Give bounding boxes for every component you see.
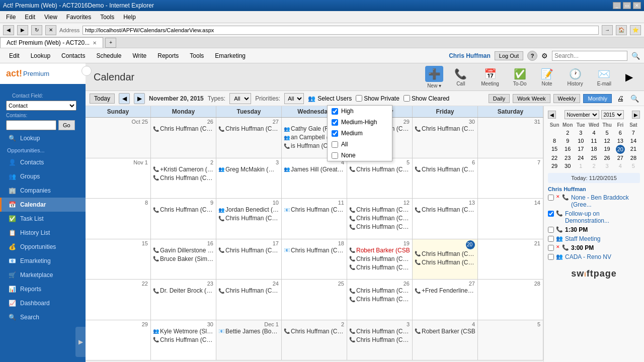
mini-day-28[interactable]: 28 [627,154,640,162]
cal-day-nov14[interactable]: 14 [478,199,543,239]
mini-day-11[interactable]: 11 [587,137,600,145]
sidebar-item-calendar[interactable]: 📅 Calendar [0,198,86,212]
app-menu-edit[interactable]: Edit [4,50,25,61]
cal-event[interactable]: 📧Bettie James (Boom [217,327,280,335]
priority-none-item[interactable]: None [328,150,392,161]
cal-day-nov29[interactable]: 29 [86,320,151,360]
favorites-btn[interactable]: ⭐ [630,25,641,35]
cal-event[interactable]: 👥Jordan Benedict (Bic [217,206,280,214]
cal-event[interactable]: 📞Chris Huffman (CH T [348,336,411,344]
mini-event-1-title[interactable]: None - Ben Braddock (Gree... [571,194,640,208]
show-cleared-checkbox[interactable]: Show Cleared [404,95,449,102]
new-button[interactable]: ➕ New ▾ [425,66,443,88]
mini-day-20-today[interactable]: 20 [616,145,625,154]
cal-day-nov12[interactable]: 12 📞Chris Huffman (CH T 📞Chris Huffman (… [347,199,413,239]
meeting-button[interactable]: 📅 Meeting [478,66,502,88]
mini-day-25[interactable]: 25 [587,154,600,162]
ie-tab-close-btn[interactable]: ✕ [93,40,97,46]
cal-day-nov15[interactable]: 15 [86,239,151,280]
weekly-view-btn[interactable]: Weekly [553,94,581,103]
mini-day-22[interactable]: 22 [548,154,561,162]
cal-event[interactable]: 📞Chris Huffman (CH T [217,125,280,133]
mini-day-dec5[interactable]: 5 [627,162,640,170]
priority-medium-high-item[interactable]: Medium-High [328,117,392,128]
sidebar-expand-btn[interactable]: ▶ [75,327,86,357]
mini-day-12[interactable]: 12 [601,137,614,145]
cal-event[interactable]: 👥Kyle Wetmore (Slam [152,327,215,335]
note-button[interactable]: 📝 Note [538,66,556,88]
mini-cal-prev[interactable]: ◀ [548,111,556,119]
sidebar-item-dashboard[interactable]: 📈 Dashboard [0,296,86,310]
sidebar-item-emarketing[interactable]: 📧 Emarketing [0,254,86,268]
priority-high-checkbox[interactable] [332,108,338,115]
cal-event[interactable]: 📞Chris Huffman (CH T [348,214,411,222]
cal-event[interactable]: 📞Chris Huffman (CH T [348,327,411,335]
cal-event[interactable]: 📞Gavin Dillerstone (Ac [152,246,215,254]
cal-day-nov17[interactable]: 17 📞Chris Huffman (CH T [216,239,282,280]
go-button[interactable]: Go [58,120,75,130]
sidebar-item-opportunities[interactable]: 💰 Opportunities [0,240,86,254]
mini-day-17[interactable]: 17 [574,145,587,154]
mini-day-13[interactable]: 13 [614,137,627,145]
mini-event-1-checkbox[interactable] [548,195,554,201]
cal-day-nov27[interactable]: 27 📞+Fred Fenderline (C [413,280,478,320]
priority-high-item[interactable]: High [328,106,392,117]
forward-btn[interactable]: ▶ [17,25,28,35]
cal-event[interactable]: 📞Chris Huffman (CH T [217,214,280,222]
sidebar-item-marketplace[interactable]: 🛒 Marketplace [0,268,86,282]
cal-event[interactable]: 📞Chris Huffman (CH T [152,125,215,133]
mini-day-18[interactable]: 18 [587,145,600,154]
mini-day-19[interactable]: 19 [601,145,614,154]
mini-day-4[interactable]: 4 [587,129,600,137]
logout-button[interactable]: Log Out [495,51,523,60]
mini-day-dec3[interactable]: 3 [601,162,614,170]
mini-day-23[interactable]: 23 [561,154,574,162]
cal-day-nov26[interactable]: 26 📞Chris Huffman (CH T 📞Chris Huffman (… [347,280,413,320]
favorites-menu[interactable]: Favorites [62,13,95,22]
cal-event[interactable]: 📞Chris Huffman (CH T [217,246,280,254]
sidebar-item-task-list[interactable]: ✅ Task List [0,212,86,226]
cal-day-nov3[interactable]: 3 👥Greg McMakin (McM [216,158,282,199]
app-menu-reports[interactable]: Reports [152,50,184,61]
mini-day-24[interactable]: 24 [574,154,587,162]
mini-day-15[interactable]: 15 [548,145,561,154]
cal-event[interactable]: 📞Bruce Baker (SimAe [152,255,215,263]
cal-day-nov9[interactable]: 9 📞Chris Huffman (CH T [151,199,216,239]
mini-day-2[interactable]: 2 [561,129,574,137]
restore-btn[interactable]: ▭ [623,2,631,9]
help-menu[interactable]: Help [119,13,140,22]
cal-event[interactable]: 📞+Fred Fenderline (C [414,287,476,295]
sidebar-opportunities[interactable]: Opportunities... [0,145,86,155]
mini-day-16[interactable]: 16 [561,145,574,154]
cal-day-nov8[interactable]: 8 [86,199,151,239]
minimize-btn[interactable]: _ [613,2,621,9]
app-menu-contacts[interactable]: Contacts [56,50,90,61]
cal-day-oct26[interactable]: 26 📞Chris Huffman (CH T [151,118,216,158]
priority-medium-item[interactable]: Medium [328,128,392,139]
cal-event[interactable]: 📞+Kristi Cameron (Am [152,165,215,173]
mini-day-27[interactable]: 27 [614,154,627,162]
cal-day-dec3[interactable]: 3 📞Chris Huffman (CH T 📞Chris Huffman (C… [347,320,413,360]
monthly-view-btn[interactable]: Monthly [583,94,612,103]
cal-day-nov21[interactable]: 21 [478,239,543,280]
mini-event-3-checkbox[interactable] [548,227,554,233]
cal-day-nov28[interactable]: 28 [478,280,543,320]
mini-day-dec4[interactable]: 4 [614,162,627,170]
app-menu-tools[interactable]: Tools [185,50,209,61]
priority-medium-high-checkbox[interactable] [332,119,338,126]
cal-event[interactable]: 📞Robert Barker (CSB [348,246,411,254]
file-menu[interactable]: File [2,13,20,22]
sidebar-item-lookup[interactable]: 🔍 Lookup [0,131,86,145]
cal-day-dec2[interactable]: 2 📞Chris Huffman (CH T [282,320,347,360]
sidebar-item-groups[interactable]: 👥 Groups [0,169,86,184]
more-button[interactable]: ▶ [622,69,636,85]
mini-day-dec1[interactable]: 1 [574,162,587,170]
cal-day-nov18[interactable]: 18 📧Chris Huffman (CH T [282,239,347,280]
cal-day-nov19[interactable]: 19 📞Robert Barker (CSB 📞Chris Huffman (C… [347,239,413,280]
cal-day-nov2[interactable]: 2 📞+Kristi Cameron (Am 📞Chris Huffman (C… [151,158,216,199]
app-menu-emarketing[interactable]: Emarketing [210,50,251,61]
mini-cal-year-select[interactable]: 2015 [601,110,624,119]
mini-day-10[interactable]: 10 [574,137,587,145]
mini-event-6-checkbox[interactable] [548,254,554,260]
cal-day-oct25[interactable]: Oct 25 [86,118,151,158]
